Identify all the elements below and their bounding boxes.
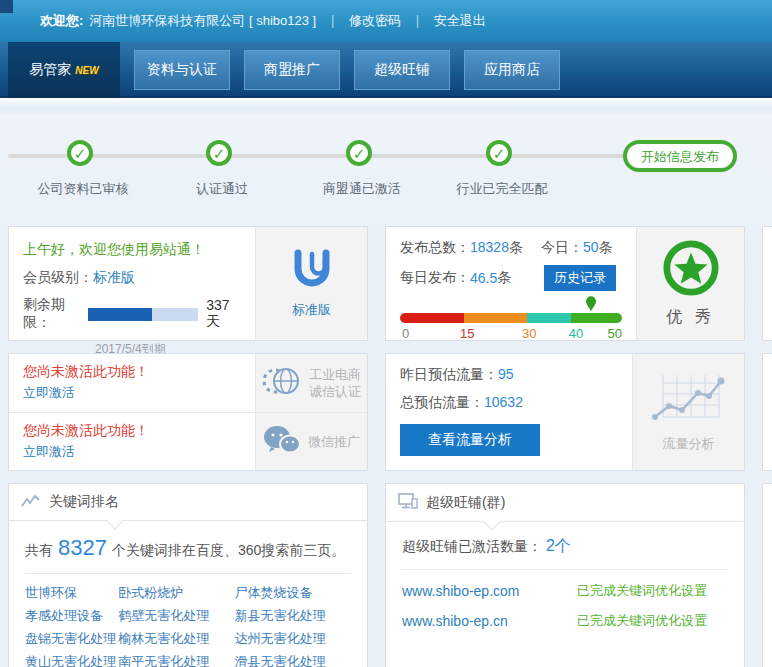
keywords-panel: 关键词排名 共有8327个关键词排在百度、360搜索前三页。 世博环保 卧式粉烧… [8, 483, 368, 667]
monitor-icon [398, 493, 418, 512]
nav-substrip [0, 98, 772, 114]
tab-label: 超级旺铺 [374, 61, 430, 79]
tab-yiguanjia[interactable]: 易管家 NEW [8, 42, 120, 98]
keyword-link[interactable]: 尸体焚烧设备 [235, 584, 351, 602]
nav-bar: 易管家 NEW 资料与认证 商盟推广 超级旺铺 应用商店 [0, 42, 772, 98]
unit: 条 [497, 269, 511, 287]
remaining-days: 337天 [206, 297, 241, 331]
step-circle-3: ✓ [346, 140, 372, 166]
check-icon: ✓ [213, 145, 226, 162]
welcome-label: 欢迎您: [40, 12, 83, 30]
gauge-tick: 50 [608, 326, 622, 341]
publish-gauge: 0 15 30 40 50 [400, 313, 622, 342]
site-row: www.shibo-ep.cn 已完成关键词优化设置 [402, 612, 728, 630]
tab-label: 易管家 [29, 61, 71, 79]
keyword-link[interactable]: 达州无害化处理 [235, 630, 351, 648]
site-status: 已完成关键词优化设置 [577, 612, 707, 630]
tab-label: 资料与认证 [147, 61, 217, 79]
keyword-link[interactable]: 孝感处理设备 [25, 607, 118, 625]
step-label-3: 商盟通已激活 [292, 180, 432, 198]
activate-panel: 您尚未激活此功能！ 立即激活 工业电商 诚信认证 [8, 353, 368, 471]
dashboard-page: 欢迎您: 河南世博环保科技有限公司 [ shibo123 ] ｜ 修改密码 ｜ … [0, 0, 772, 667]
greeting-text: 上午好，欢迎您使用易站通！ [23, 241, 241, 259]
wechat-promo-label: 微信推广 [308, 433, 360, 450]
wechat-icon [263, 425, 301, 459]
publish-panel: 发布总数：18328条今日：50条 每日发布：46.5条 历史记录 [385, 226, 745, 341]
member-level-label: 会员级别： [23, 269, 93, 287]
remaining-label: 剩余期限： [23, 296, 88, 332]
gauge-tick: 40 [569, 326, 583, 341]
total-traffic-value: 10632 [484, 394, 523, 410]
warning-text: 您尚未激活此功能！ [23, 363, 241, 381]
shops-count: 超级旺铺已激活数量： 2个 [402, 536, 728, 557]
separator: ｜ [326, 12, 339, 30]
today-value: 50 [583, 239, 599, 255]
divider [402, 569, 728, 570]
publish-total-value: 18328 [470, 239, 509, 255]
gauge-segment-orange [464, 313, 526, 323]
view-traffic-button[interactable]: 查看流量分析 [400, 424, 540, 456]
gauge-tick: 0 [402, 326, 409, 341]
keyword-link[interactable]: 鹤壁无害化处理 [118, 607, 234, 625]
change-password-link[interactable]: 修改密码 [349, 12, 401, 30]
industry-cert-icon [262, 364, 302, 402]
warning-text: 您尚未激活此功能！ [23, 422, 241, 440]
tab-app-store[interactable]: 应用商店 [464, 50, 560, 90]
check-icon: ✓ [74, 145, 87, 162]
site-url[interactable]: www.shibo-ep.com [402, 583, 577, 599]
progress-fill [88, 308, 152, 321]
uzhantong-logo-icon [289, 249, 335, 295]
remaining-progressbar [88, 308, 198, 321]
keyword-link[interactable]: 新县无害化处理 [235, 607, 351, 625]
gauge-tick: 15 [460, 326, 474, 341]
keyword-count: 8327 [58, 535, 107, 560]
partial-panel [762, 353, 772, 471]
keywords-summary: 共有8327个关键词排在百度、360搜索前三页。 [25, 535, 351, 561]
yesterday-traffic-label: 昨日预估流量： [400, 366, 498, 382]
yesterday-traffic-value: 95 [498, 366, 514, 382]
trend-icon [21, 494, 41, 511]
site-status: 已完成关键词优化设置 [577, 582, 707, 600]
step-circle-4: ✓ [486, 140, 512, 166]
corner-logo-block [0, 0, 13, 13]
tab-alliance-promo[interactable]: 商盟推广 [244, 50, 340, 90]
step-label-1: 公司资料已审核 [13, 180, 153, 198]
tab-label: 商盟推广 [264, 61, 320, 79]
partial-panel [762, 226, 772, 341]
steps-line [8, 154, 638, 158]
check-icon: ✓ [353, 145, 366, 162]
gauge-tick: 30 [522, 326, 536, 341]
step-circle-1: ✓ [67, 140, 93, 166]
activate-link[interactable]: 立即激活 [23, 443, 75, 461]
logout-link[interactable]: 安全退出 [434, 12, 486, 30]
publish-total-label: 发布总数： [400, 239, 470, 255]
company-name: 河南世博环保科技有限公司 [ shibo123 ] [89, 12, 316, 30]
member-level-value[interactable]: 标准版 [93, 269, 135, 287]
keyword-link[interactable]: 卧式粉烧炉 [118, 584, 234, 602]
unit: 条 [599, 239, 613, 255]
keyword-link[interactable]: 南平无害化处理 [118, 653, 234, 667]
history-button[interactable]: 历史记录 [544, 265, 616, 291]
separator: ｜ [411, 12, 424, 30]
start-publish-button[interactable]: 开始信息发布 [623, 140, 737, 172]
gauge-segment-red [400, 313, 464, 323]
activate-link[interactable]: 立即激活 [23, 384, 75, 402]
rating-label: 优 秀 [666, 307, 714, 328]
keyword-link[interactable]: 世博环保 [25, 584, 118, 602]
keyword-list: 世博环保 卧式粉烧炉 尸体焚烧设备 孝感处理设备 鹤壁无害化处理 新县无害化处理… [25, 584, 351, 667]
site-url[interactable]: www.shibo-ep.cn [402, 613, 577, 629]
tab-super-shop[interactable]: 超级旺铺 [354, 50, 450, 90]
tab-credentials[interactable]: 资料与认证 [134, 50, 230, 90]
keyword-link[interactable]: 黄山无害化处理 [25, 653, 118, 667]
keyword-link[interactable]: 榆林无害化处理 [118, 630, 234, 648]
tab-label: 应用商店 [484, 61, 540, 79]
new-badge: NEW [75, 65, 98, 76]
keyword-link[interactable]: 盘锦无害化处理 [25, 630, 118, 648]
shops-header: 超级旺铺(群) [386, 484, 744, 522]
site-row: www.shibo-ep.com 已完成关键词优化设置 [402, 582, 728, 600]
keyword-link[interactable]: 滑县无害化处理 [235, 653, 351, 667]
topbar: 欢迎您: 河南世博环保科技有限公司 [ shibo123 ] ｜ 修改密码 ｜ … [0, 0, 772, 42]
daily-label: 每日发布： [400, 269, 470, 287]
step-label-2: 认证通过 [152, 180, 292, 198]
traffic-chart-icon [651, 373, 727, 429]
